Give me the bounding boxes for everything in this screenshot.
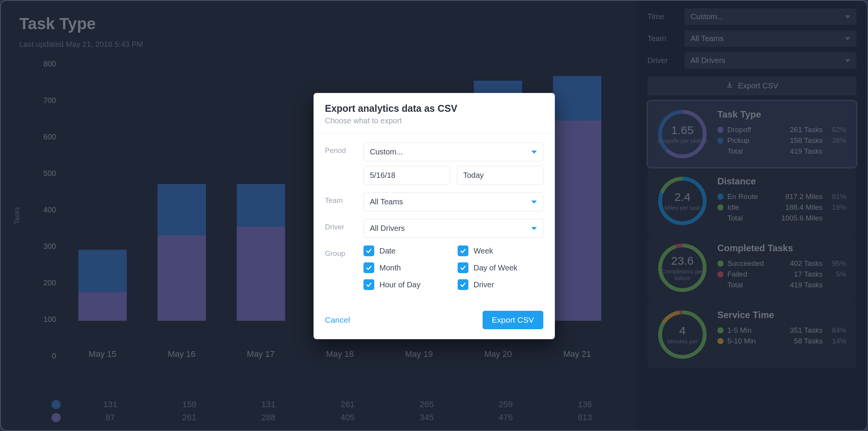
chevron-down-icon	[531, 151, 537, 154]
group-checkbox[interactable]: Date	[363, 245, 449, 256]
checkbox-icon	[363, 245, 374, 256]
checkbox-icon	[363, 262, 374, 273]
checkbox-icon	[458, 245, 468, 256]
modal-date-to[interactable]: Today	[457, 166, 543, 185]
modal-team-label: Team	[325, 192, 357, 205]
modal-overlay[interactable]: Export analytics data as CSV Choose what…	[1, 1, 867, 430]
group-checkbox[interactable]: Week	[458, 245, 543, 256]
modal-driver-value: All Drivers	[370, 224, 405, 233]
group-checkbox[interactable]: Day of Week	[458, 262, 543, 273]
checkbox-label: Hour of Day	[380, 280, 421, 289]
modal-group-label: Group	[325, 245, 357, 258]
modal-team-value: All Teams	[370, 197, 403, 206]
export-modal: Export analytics data as CSV Choose what…	[314, 93, 555, 339]
modal-period-value: Custom...	[370, 148, 403, 156]
modal-driver-select[interactable]: All Drivers	[363, 219, 543, 238]
modal-driver-label: Driver	[325, 219, 357, 231]
checkbox-label: Driver	[474, 280, 494, 289]
checkbox-label: Month	[380, 264, 401, 272]
checkbox-label: Day of Week	[474, 264, 518, 272]
checkbox-label: Date	[380, 247, 396, 255]
modal-period-select[interactable]: Custom...	[363, 143, 543, 161]
checkbox-icon	[458, 279, 468, 290]
chevron-down-icon	[531, 227, 537, 230]
checkbox-label: Week	[474, 247, 493, 255]
modal-period-label: Period	[325, 143, 357, 155]
modal-subtitle: Choose what to export	[325, 116, 543, 125]
cancel-button[interactable]: Cancel	[325, 315, 350, 325]
modal-title: Export analytics data as CSV	[325, 103, 543, 114]
export-submit-button[interactable]: Export CSV	[483, 311, 543, 329]
group-checkbox[interactable]: Month	[363, 262, 449, 273]
checkbox-icon	[363, 279, 374, 290]
checkbox-icon	[458, 262, 468, 273]
chevron-down-icon	[531, 201, 537, 204]
group-checkbox[interactable]: Driver	[458, 279, 543, 290]
group-checkbox[interactable]: Hour of Day	[363, 279, 449, 290]
modal-team-select[interactable]: All Teams	[363, 192, 543, 211]
modal-date-from[interactable]: 5/16/18	[363, 166, 450, 185]
